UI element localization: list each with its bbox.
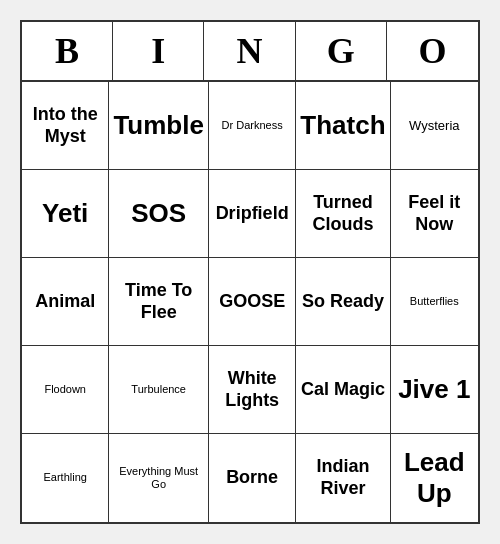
cell-text: Lead Up bbox=[395, 447, 474, 509]
bingo-cell: Dripfield bbox=[209, 170, 296, 258]
bingo-cell: Animal bbox=[22, 258, 109, 346]
cell-text: Flodown bbox=[44, 383, 86, 396]
bingo-cell: Earthling bbox=[22, 434, 109, 522]
bingo-cell: Wysteria bbox=[391, 82, 478, 170]
bingo-cell: Turbulence bbox=[109, 346, 209, 434]
bingo-card: BINGO Into the MystTumbleDr DarknessThat… bbox=[20, 20, 480, 524]
bingo-cell: So Ready bbox=[296, 258, 390, 346]
cell-text: Jive 1 bbox=[398, 374, 470, 405]
header-letter: N bbox=[204, 22, 295, 80]
bingo-cell: White Lights bbox=[209, 346, 296, 434]
bingo-cell: Dr Darkness bbox=[209, 82, 296, 170]
cell-text: Into the Myst bbox=[26, 104, 104, 147]
bingo-cell: GOOSE bbox=[209, 258, 296, 346]
bingo-cell: Everything Must Go bbox=[109, 434, 209, 522]
bingo-header: BINGO bbox=[22, 22, 478, 82]
bingo-cell: Tumble bbox=[109, 82, 209, 170]
header-letter: O bbox=[387, 22, 478, 80]
cell-text: Butterflies bbox=[410, 295, 459, 308]
bingo-cell: Feel it Now bbox=[391, 170, 478, 258]
bingo-cell: SOS bbox=[109, 170, 209, 258]
cell-text: Borne bbox=[226, 467, 278, 489]
bingo-cell: Indian River bbox=[296, 434, 390, 522]
cell-text: White Lights bbox=[213, 368, 291, 411]
cell-text: Cal Magic bbox=[301, 379, 385, 401]
bingo-cell: Time To Flee bbox=[109, 258, 209, 346]
cell-text: Indian River bbox=[300, 456, 385, 499]
cell-text: Earthling bbox=[43, 471, 86, 484]
bingo-cell: Lead Up bbox=[391, 434, 478, 522]
cell-text: Feel it Now bbox=[395, 192, 474, 235]
cell-text: Turbulence bbox=[131, 383, 186, 396]
bingo-cell: Borne bbox=[209, 434, 296, 522]
cell-text: Tumble bbox=[113, 110, 204, 141]
cell-text: GOOSE bbox=[219, 291, 285, 313]
cell-text: Dripfield bbox=[216, 203, 289, 225]
bingo-cell: Turned Clouds bbox=[296, 170, 390, 258]
cell-text: Time To Flee bbox=[113, 280, 204, 323]
cell-text: Dr Darkness bbox=[222, 119, 283, 132]
cell-text: So Ready bbox=[302, 291, 384, 313]
header-letter: G bbox=[296, 22, 387, 80]
cell-text: Everything Must Go bbox=[113, 465, 204, 491]
bingo-cell: Jive 1 bbox=[391, 346, 478, 434]
bingo-cell: Flodown bbox=[22, 346, 109, 434]
cell-text: Turned Clouds bbox=[300, 192, 385, 235]
header-letter: I bbox=[113, 22, 204, 80]
bingo-cell: Thatch bbox=[296, 82, 390, 170]
cell-text: SOS bbox=[131, 198, 186, 229]
cell-text: Yeti bbox=[42, 198, 88, 229]
bingo-grid: Into the MystTumbleDr DarknessThatchWyst… bbox=[22, 82, 478, 522]
header-letter: B bbox=[22, 22, 113, 80]
bingo-cell: Butterflies bbox=[391, 258, 478, 346]
bingo-cell: Yeti bbox=[22, 170, 109, 258]
cell-text: Wysteria bbox=[409, 118, 459, 134]
bingo-cell: Into the Myst bbox=[22, 82, 109, 170]
bingo-cell: Cal Magic bbox=[296, 346, 390, 434]
cell-text: Animal bbox=[35, 291, 95, 313]
cell-text: Thatch bbox=[300, 110, 385, 141]
